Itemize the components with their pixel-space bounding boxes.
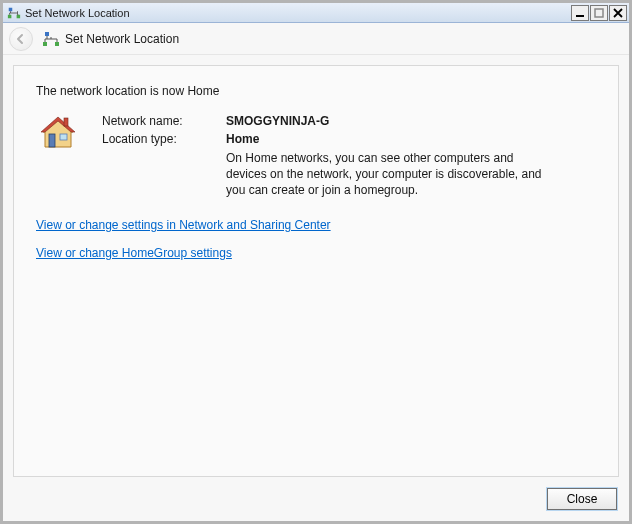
network-location-icon <box>7 6 21 20</box>
window: Set Network Location <box>0 0 632 524</box>
svg-rect-0 <box>9 7 13 11</box>
footer: Close <box>3 477 629 521</box>
back-button[interactable] <box>9 27 33 51</box>
svg-rect-8 <box>64 118 68 126</box>
svg-rect-3 <box>576 15 584 17</box>
location-description: On Home networks, you can see other comp… <box>226 150 556 198</box>
close-button[interactable]: Close <box>547 488 617 510</box>
wizard-header: Set Network Location <box>3 23 629 55</box>
network-info: Network name: Location type: SMOGGYNINJA… <box>36 112 596 198</box>
svg-rect-7 <box>55 42 59 46</box>
location-type-value: Home <box>226 130 596 148</box>
svg-rect-1 <box>8 14 12 18</box>
close-window-button[interactable] <box>609 5 627 21</box>
window-controls <box>571 5 627 21</box>
svg-rect-2 <box>17 14 21 18</box>
network-name-label: Network name: <box>102 112 226 130</box>
window-title: Set Network Location <box>25 7 571 19</box>
network-name-value: SMOGGYNINJA-G <box>226 112 596 130</box>
svg-rect-4 <box>595 9 603 17</box>
content-panel: The network location is now Home Network… <box>13 65 619 477</box>
titlebar: Set Network Location <box>3 3 629 23</box>
content-area: The network location is now Home Network… <box>3 55 629 477</box>
minimize-button[interactable] <box>571 5 589 21</box>
network-sharing-center-link[interactable]: View or change settings in Network and S… <box>36 218 331 232</box>
home-icon <box>38 112 78 152</box>
svg-rect-5 <box>45 32 49 36</box>
homegroup-settings-link[interactable]: View or change HomeGroup settings <box>36 246 232 260</box>
labels-column: Network name: Location type: <box>102 112 226 148</box>
status-text: The network location is now Home <box>36 84 596 98</box>
values-column: SMOGGYNINJA-G Home On Home networks, you… <box>226 112 596 198</box>
svg-rect-9 <box>49 134 55 147</box>
network-location-icon <box>43 31 59 47</box>
location-type-label: Location type: <box>102 130 226 148</box>
maximize-button[interactable] <box>590 5 608 21</box>
wizard-title: Set Network Location <box>65 32 179 46</box>
svg-rect-10 <box>60 134 67 140</box>
svg-rect-6 <box>43 42 47 46</box>
